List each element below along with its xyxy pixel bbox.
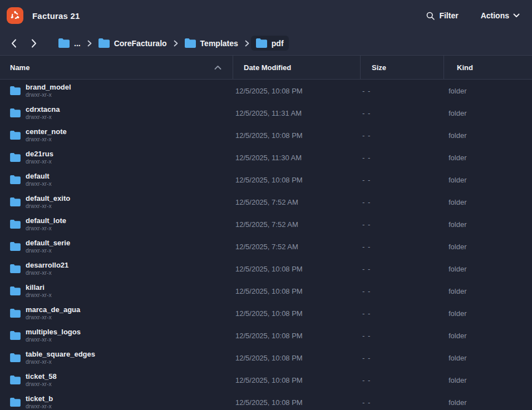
table-row[interactable]: default_lote drwxr-xr-x 12/5/2025, 7:52 … bbox=[0, 213, 532, 235]
folder-icon bbox=[10, 376, 21, 384]
top-bar-actions: Filter Actions bbox=[426, 11, 520, 21]
file-size: - - bbox=[360, 109, 444, 117]
folder-icon bbox=[10, 220, 21, 229]
file-permissions: drwxr-xr-x bbox=[26, 269, 68, 276]
file-permissions: drwxr-xr-x bbox=[26, 403, 53, 410]
table-row[interactable]: ticket_b drwxr-xr-x 12/5/2025, 10:08 PM … bbox=[0, 391, 532, 410]
table-row[interactable]: ticket_58 drwxr-xr-x 12/5/2025, 10:08 PM… bbox=[0, 369, 532, 391]
file-size: - - bbox=[360, 243, 444, 251]
file-permissions: drwxr-xr-x bbox=[26, 202, 70, 210]
file-size: - - bbox=[360, 265, 444, 273]
folder-icon bbox=[10, 264, 21, 273]
file-name: desarrollo21 bbox=[26, 261, 68, 269]
file-permissions: drwxr-xr-x bbox=[26, 136, 67, 143]
breadcrumb-item-[interactable]: ... bbox=[53, 36, 86, 51]
file-date-modified: 12/5/2025, 7:52 AM bbox=[233, 220, 360, 229]
chevron-right-icon bbox=[245, 40, 249, 47]
file-size: - - bbox=[360, 354, 444, 362]
table-row[interactable]: de21rus drwxr-xr-x 12/5/2025, 11:30 AM -… bbox=[0, 146, 532, 169]
file-permissions: drwxr-xr-x bbox=[26, 113, 60, 121]
chevron-down-icon bbox=[513, 13, 520, 18]
table-row[interactable]: desarrollo21 drwxr-xr-x 12/5/2025, 10:08… bbox=[0, 258, 532, 280]
app-logo-icon bbox=[7, 7, 23, 24]
file-date-modified: 12/5/2025, 7:52 AM bbox=[233, 198, 360, 206]
table-row[interactable]: marca_de_agua drwxr-xr-x 12/5/2025, 10:0… bbox=[0, 302, 532, 324]
table-row[interactable]: default_serie drwxr-xr-x 12/5/2025, 7:52… bbox=[0, 235, 532, 258]
file-date-modified: 12/5/2025, 10:08 PM bbox=[233, 265, 360, 273]
chevron-right-icon bbox=[87, 40, 92, 47]
filter-button[interactable]: Filter bbox=[426, 11, 458, 21]
table-row[interactable]: table_square_edges drwxr-xr-x 12/5/2025,… bbox=[0, 347, 532, 369]
file-size: - - bbox=[360, 131, 444, 140]
file-kind: folder bbox=[444, 87, 532, 95]
breadcrumb-item-corefacturalo[interactable]: CoreFacturalo bbox=[93, 36, 172, 51]
file-kind: folder bbox=[444, 109, 532, 117]
breadcrumb-item-templates[interactable]: Templates bbox=[180, 36, 243, 51]
top-bar: Facturas 21 Filter Actions bbox=[0, 0, 532, 31]
file-kind: folder bbox=[444, 154, 532, 162]
table-row[interactable]: killari drwxr-xr-x 12/5/2025, 10:08 PM -… bbox=[0, 280, 532, 302]
table-row[interactable]: multiples_logos drwxr-xr-x 12/5/2025, 10… bbox=[0, 324, 532, 347]
table-row[interactable]: default drwxr-xr-x 12/5/2025, 10:08 PM -… bbox=[0, 169, 532, 191]
file-size: - - bbox=[360, 398, 444, 407]
file-name: cdrxtacna bbox=[26, 105, 60, 113]
column-header-kind[interactable]: Kind bbox=[444, 56, 532, 79]
file-kind: folder bbox=[444, 287, 532, 295]
file-size: - - bbox=[360, 176, 444, 184]
actions-label: Actions bbox=[481, 11, 509, 20]
file-size: - - bbox=[360, 87, 444, 95]
folder-icon bbox=[10, 331, 21, 340]
folder-icon bbox=[10, 175, 21, 184]
folder-icon bbox=[98, 38, 110, 48]
column-header-date-modified[interactable]: Date Modified bbox=[233, 56, 360, 79]
folder-icon bbox=[10, 86, 21, 95]
file-permissions: drwxr-xr-x bbox=[26, 381, 57, 388]
folder-icon bbox=[10, 108, 21, 117]
table-row[interactable]: brand_model drwxr-xr-x 12/5/2025, 10:08 … bbox=[0, 80, 532, 102]
file-size: - - bbox=[360, 287, 444, 295]
file-size: - - bbox=[360, 154, 444, 162]
table-row[interactable]: cdrxtacna drwxr-xr-x 12/5/2025, 11:31 AM… bbox=[0, 102, 532, 124]
table-row[interactable]: center_note drwxr-xr-x 12/5/2025, 10:08 … bbox=[0, 124, 532, 146]
file-date-modified: 12/5/2025, 10:08 PM bbox=[233, 87, 360, 95]
file-permissions: drwxr-xr-x bbox=[26, 336, 81, 343]
file-permissions: drwxr-xr-x bbox=[26, 358, 95, 365]
folder-icon bbox=[10, 286, 21, 295]
file-date-modified: 12/5/2025, 10:08 PM bbox=[233, 376, 360, 384]
column-header-size[interactable]: Size bbox=[360, 56, 444, 79]
file-kind: folder bbox=[444, 398, 532, 407]
file-name: default_exito bbox=[26, 194, 70, 202]
file-kind: folder bbox=[444, 376, 532, 384]
file-name: marca_de_agua bbox=[26, 305, 80, 314]
folder-icon bbox=[10, 242, 21, 251]
file-manager-app: Facturas 21 Filter Actions bbox=[0, 0, 532, 410]
folder-icon bbox=[10, 353, 21, 362]
breadcrumb-bar: ... CoreFacturalo Templates bbox=[0, 31, 532, 55]
chevron-right-icon bbox=[174, 40, 178, 47]
file-kind: folder bbox=[444, 198, 532, 206]
file-permissions: drwxr-xr-x bbox=[26, 180, 52, 187]
file-name: center_note bbox=[26, 127, 67, 136]
column-header-name[interactable]: Name bbox=[0, 56, 233, 79]
table-row[interactable]: default_exito drwxr-xr-x 12/5/2025, 7:52… bbox=[0, 191, 532, 213]
file-name: default bbox=[26, 172, 52, 180]
table-header: Name Date Modified Size Kind bbox=[0, 55, 532, 80]
file-size: - - bbox=[360, 198, 444, 206]
folder-icon bbox=[185, 38, 196, 48]
file-permissions: drwxr-xr-x bbox=[26, 247, 70, 254]
file-kind: folder bbox=[444, 176, 532, 184]
file-name: ticket_b bbox=[26, 394, 53, 403]
file-permissions: drwxr-xr-x bbox=[26, 225, 66, 232]
breadcrumb-item-pdf[interactable]: pdf bbox=[251, 36, 289, 51]
file-date-modified: 12/5/2025, 10:08 PM bbox=[233, 176, 360, 184]
file-name: de21rus bbox=[26, 150, 53, 158]
file-kind: folder bbox=[444, 131, 532, 140]
file-kind: folder bbox=[444, 243, 532, 251]
actions-button[interactable]: Actions bbox=[481, 11, 520, 20]
forward-button[interactable] bbox=[28, 36, 40, 51]
folder-icon bbox=[58, 38, 70, 48]
file-kind: folder bbox=[444, 309, 532, 318]
file-kind: folder bbox=[444, 265, 532, 273]
file-date-modified: 12/5/2025, 10:08 PM bbox=[233, 287, 360, 295]
back-button[interactable] bbox=[8, 36, 20, 51]
